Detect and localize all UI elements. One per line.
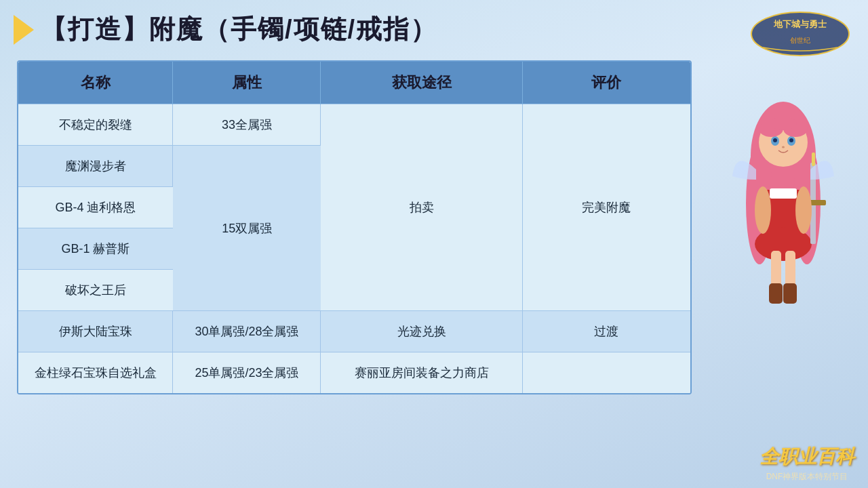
- svg-point-24: [755, 186, 771, 234]
- cell-attr: 33全属强: [173, 104, 321, 146]
- svg-point-28: [770, 117, 797, 130]
- header-eval: 评价: [522, 62, 690, 104]
- table-row: 不稳定的裂缝 33全属强 拍卖 完美附魔: [18, 104, 690, 146]
- cell-name: GB-4 迪利格恩: [18, 187, 173, 228]
- table-header-row: 名称 属性 获取途径 评价: [18, 62, 690, 104]
- cell-obtain: 拍卖: [321, 104, 522, 311]
- cell-name: 不稳定的裂缝: [18, 104, 173, 146]
- cell-name: 伊斯大陆宝珠: [18, 311, 173, 352]
- character-illustration: [709, 61, 858, 319]
- header-name: 名称: [18, 62, 173, 104]
- svg-rect-20: [783, 283, 797, 304]
- top-right-logo: 地下城与勇士 创世纪: [746, 7, 854, 61]
- svg-point-13: [782, 146, 785, 148]
- bottom-sub-text: DNF神界版本特别节目: [766, 471, 848, 483]
- cell-eval: 完美附魔: [522, 104, 690, 311]
- svg-rect-19: [769, 283, 783, 304]
- svg-point-25: [795, 186, 812, 234]
- cell-attr: 25单属强/23全属强: [173, 352, 321, 394]
- cell-eval: 过渡: [522, 311, 690, 352]
- cell-attr: 15双属强: [173, 146, 321, 311]
- svg-text:创世纪: 创世纪: [790, 37, 810, 44]
- cell-name: 金柱绿石宝珠自选礼盒: [18, 352, 173, 394]
- cell-eval: [522, 352, 690, 394]
- logo-svg: 地下城与勇士 创世纪: [749, 10, 851, 58]
- cell-obtain: 光迹兑换: [321, 311, 522, 352]
- svg-point-12: [789, 138, 793, 142]
- svg-point-11: [773, 138, 777, 142]
- svg-rect-15: [770, 188, 797, 199]
- bottom-logo: 全职业百科 DNF神界版本特别节目: [760, 444, 854, 483]
- svg-rect-23: [812, 152, 815, 166]
- cell-name: 破坏之王后: [18, 270, 173, 311]
- enchant-table: 名称 属性 获取途径 评价 不稳定的裂缝 33全属强 拍卖 完美附魔 魔渊漫步者…: [18, 62, 690, 393]
- bottom-logo-text: 全职业百科: [760, 444, 854, 470]
- title-bar: 【打造】附魔（手镯/项链/戒指）: [0, 0, 868, 54]
- header-obtain: 获取途径: [321, 62, 522, 104]
- cell-obtain: 赛丽亚房间装备之力商店: [321, 352, 522, 394]
- svg-text:地下城与勇士: 地下城与勇士: [773, 19, 827, 29]
- page-title: 【打造】附魔（手镯/项链/戒指）: [41, 12, 437, 47]
- table-row: 伊斯大陆宝珠 30单属强/28全属强 光迹兑换 过渡: [18, 311, 690, 352]
- title-arrow-icon: [14, 15, 34, 45]
- cell-attr: 30单属强/28全属强: [173, 311, 321, 352]
- character-svg: [715, 68, 851, 312]
- main-table-container: 名称 属性 获取途径 评价 不稳定的裂缝 33全属强 拍卖 完美附魔 魔渊漫步者…: [17, 60, 692, 394]
- cell-name: GB-1 赫普斯: [18, 228, 173, 270]
- cell-name: 魔渊漫步者: [18, 146, 173, 187]
- table-row: 金柱绿石宝珠自选礼盒 25单属强/23全属强 赛丽亚房间装备之力商店: [18, 352, 690, 394]
- header-attr: 属性: [173, 62, 321, 104]
